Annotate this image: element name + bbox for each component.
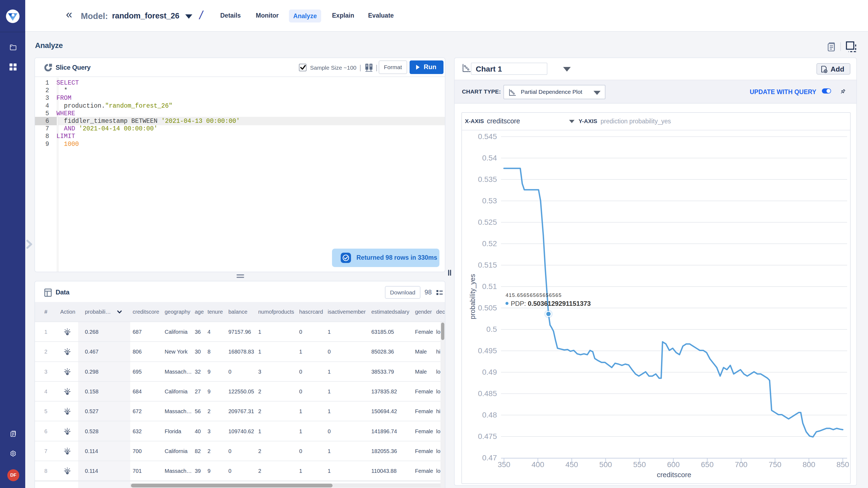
- svg-text:PDP: 0.5036129291151373: PDP: 0.5036129291151373: [511, 300, 591, 307]
- svg-text:0.51: 0.51: [482, 282, 497, 291]
- svg-text:415.65656565656565: 415.65656565656565: [506, 292, 562, 298]
- svg-text:0.48: 0.48: [482, 411, 497, 419]
- svg-text:0.515: 0.515: [478, 261, 497, 269]
- svg-text:0.52: 0.52: [482, 239, 497, 248]
- svg-text:0.545: 0.545: [478, 132, 497, 141]
- svg-text:0.53: 0.53: [482, 197, 497, 205]
- svg-text:550: 550: [633, 460, 646, 469]
- svg-text:0.535: 0.535: [478, 175, 497, 184]
- svg-text:400: 400: [532, 460, 545, 469]
- svg-text:0.505: 0.505: [478, 304, 497, 312]
- svg-text:850: 850: [837, 460, 849, 469]
- svg-text:0.485: 0.485: [478, 389, 497, 398]
- svg-text:800: 800: [803, 460, 815, 469]
- svg-text:0.54: 0.54: [482, 154, 497, 162]
- svg-text:creditscore: creditscore: [657, 470, 691, 479]
- svg-text:0.47: 0.47: [482, 454, 497, 462]
- svg-text:probability_yes: probability_yes: [469, 274, 476, 319]
- svg-text:0.5: 0.5: [486, 325, 497, 333]
- svg-text:350: 350: [498, 460, 510, 469]
- svg-text:0.49: 0.49: [482, 368, 497, 376]
- svg-text:450: 450: [565, 460, 578, 469]
- svg-text:700: 700: [735, 460, 748, 469]
- svg-text:0.475: 0.475: [478, 432, 497, 441]
- svg-text:600: 600: [667, 460, 680, 469]
- svg-text:0.525: 0.525: [478, 218, 497, 226]
- svg-text:0.495: 0.495: [478, 347, 497, 355]
- svg-text:750: 750: [769, 460, 781, 469]
- svg-text:650: 650: [701, 460, 714, 469]
- svg-text:500: 500: [599, 460, 612, 469]
